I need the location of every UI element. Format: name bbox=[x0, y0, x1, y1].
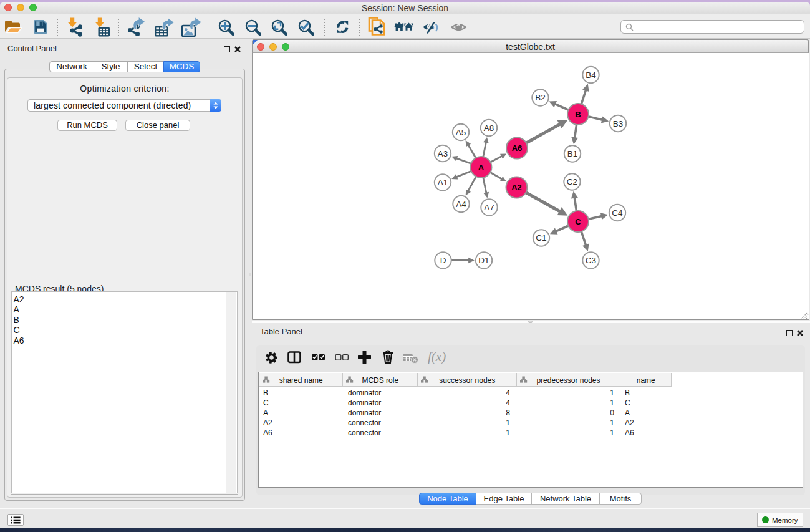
svg-text:A3: A3 bbox=[438, 149, 448, 158]
svg-text:A1: A1 bbox=[438, 178, 448, 187]
svg-text:D1: D1 bbox=[478, 256, 489, 265]
svg-text:A8: A8 bbox=[484, 123, 494, 133]
svg-text:A4: A4 bbox=[456, 200, 466, 209]
svg-text:B4: B4 bbox=[586, 70, 596, 80]
svg-text:D: D bbox=[440, 256, 446, 265]
svg-text:C1: C1 bbox=[536, 233, 546, 243]
svg-text:A2: A2 bbox=[511, 183, 522, 192]
svg-text:C2: C2 bbox=[567, 177, 577, 186]
svg-text:B2: B2 bbox=[535, 93, 546, 102]
svg-text:A7: A7 bbox=[484, 203, 494, 212]
svg-text:C3: C3 bbox=[586, 256, 596, 265]
svg-text:A6: A6 bbox=[512, 143, 523, 153]
svg-text:B3: B3 bbox=[613, 119, 624, 128]
svg-text:B1: B1 bbox=[567, 149, 578, 158]
svg-text:A: A bbox=[478, 163, 485, 172]
svg-text:B: B bbox=[575, 110, 581, 119]
svg-text:C: C bbox=[575, 217, 581, 226]
svg-text:C4: C4 bbox=[612, 208, 623, 218]
svg-text:A5: A5 bbox=[456, 128, 466, 137]
